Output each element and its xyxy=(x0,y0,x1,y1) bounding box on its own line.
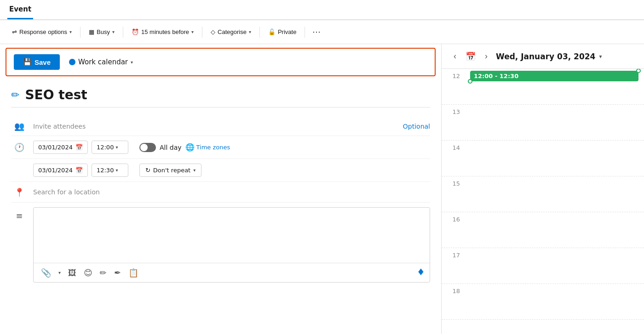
calendar-date-chevron[interactable]: ▾ xyxy=(599,53,602,60)
calendar-prev-button[interactable]: ‹ xyxy=(451,50,459,63)
chevron-down-icon-2: ▾ xyxy=(112,29,115,34)
calendar-header: ‹ 📅 › Wed, January 03, 2024 ▾ xyxy=(442,44,644,69)
chevron-down-icon-6: ▾ xyxy=(115,145,118,150)
save-icon: 💾 xyxy=(23,58,32,66)
repeat-button[interactable]: ↻ Don't repeat ▾ xyxy=(139,164,201,177)
hour-label-17: 17 xyxy=(442,248,465,259)
hour-label-14: 14 xyxy=(442,141,465,151)
calendar-date-title: Wed, January 03, 2024 xyxy=(496,52,595,61)
start-time-select[interactable]: 12:00 ▾ xyxy=(92,141,128,154)
calendar-today-icon[interactable]: 📅 xyxy=(463,50,478,63)
event-dot-top xyxy=(636,69,641,73)
hour-content-18[interactable] xyxy=(465,284,644,288)
location-input[interactable]: Search for a location xyxy=(33,187,430,198)
cal-hour-13: 13 xyxy=(442,105,644,141)
end-date-input[interactable]: 03/01/2024 📅 xyxy=(33,164,88,177)
calendar-color-dot xyxy=(69,59,75,65)
location-row: 📍 Search for a location xyxy=(11,182,430,203)
cal-hour-16: 16 xyxy=(442,212,644,248)
busy-button[interactable]: ▦ Busy ▾ xyxy=(84,26,119,38)
edit-icon: ✏️ xyxy=(11,89,19,101)
divider-2 xyxy=(123,27,123,38)
description-box: ♦ 📎 ▾ 🖼 😊 ✏️ ✒️ 📋 xyxy=(33,207,430,283)
description-toolbar: 📎 ▾ 🖼 😊 ✏️ ✒️ 📋 xyxy=(34,263,430,282)
hour-label-15: 15 xyxy=(442,176,465,187)
description-row: ≡ ♦ 📎 ▾ 🖼 😊 ✏️ ✒️ 📋 xyxy=(11,203,430,287)
chevron-down-icon-5: ▾ xyxy=(131,60,133,65)
cal-hour-15: 15 xyxy=(442,176,644,212)
hour-content-13[interactable] xyxy=(465,105,644,108)
calendar-grid: 12 12:00 - 12:30 13 14 xyxy=(442,69,644,334)
toggle-knob xyxy=(140,144,148,151)
end-time-select[interactable]: 12:30 ▾ xyxy=(92,164,128,177)
sliders-icon: ⇌ xyxy=(12,28,17,35)
clock-icon-2: 🕐 xyxy=(11,142,28,152)
optional-button[interactable]: Optional xyxy=(403,123,430,130)
hour-label-18: 18 xyxy=(442,284,465,294)
divider-4 xyxy=(259,27,260,38)
divider-1 xyxy=(80,27,80,38)
globe-icon: 🌐 xyxy=(185,143,195,152)
chevron-down-icon: ▾ xyxy=(69,29,72,34)
hour-content-14[interactable] xyxy=(465,141,644,144)
chevron-down-icon-4: ▾ xyxy=(249,29,251,34)
start-datetime-row: 🕐 03/01/2024 📅 12:00 ▾ xyxy=(11,136,430,159)
chevron-down-icon-3: ▾ xyxy=(191,29,194,34)
designer-icon: ♦ xyxy=(417,266,425,277)
emoji-icon[interactable]: 😊 xyxy=(82,267,94,278)
hour-content-15[interactable] xyxy=(465,176,644,180)
calendar-next-button[interactable]: › xyxy=(482,50,490,63)
location-icon: 📍 xyxy=(11,187,28,197)
cal-hour-12: 12 12:00 - 12:30 xyxy=(442,69,644,105)
calendar-icon-2: 📅 xyxy=(75,167,83,174)
cal-hour-17: 17 xyxy=(442,248,644,284)
hour-content-16[interactable] xyxy=(465,212,644,216)
draw-icon[interactable]: ✏️ xyxy=(98,267,109,278)
calendar-icon: 📅 xyxy=(75,144,83,151)
chevron-down-icon-8: ▾ xyxy=(193,168,196,173)
start-date-input[interactable]: 03/01/2024 📅 xyxy=(33,141,88,154)
time-zones-link[interactable]: 🌐 Time zones xyxy=(185,143,230,152)
description-content[interactable] xyxy=(34,208,430,263)
save-button[interactable]: 💾 Save xyxy=(14,54,60,70)
attendees-icon: 👥 xyxy=(11,121,28,131)
clock-icon: ⏰ xyxy=(132,28,139,35)
hour-content-17[interactable] xyxy=(465,248,644,252)
hour-label-16: 16 xyxy=(442,212,465,223)
attach-chevron-icon[interactable]: ▾ xyxy=(57,269,63,276)
all-day-row: All day xyxy=(139,143,182,152)
form-icon[interactable]: 📋 xyxy=(126,267,140,278)
event-tab[interactable]: Event xyxy=(7,0,33,19)
cal-hour-14: 14 xyxy=(442,141,644,176)
cal-hour-18: 18 xyxy=(442,284,644,320)
tag-icon: ◇ xyxy=(211,28,215,35)
image-icon[interactable]: 🖼 xyxy=(66,267,78,278)
action-bar: 💾 Save Work calendar ▾ xyxy=(6,48,436,76)
response-options-button[interactable]: ⇌ Response options ▾ xyxy=(7,26,76,38)
notes-icon: ≡ xyxy=(11,207,28,221)
calendar-check-icon: ▦ xyxy=(89,28,94,35)
categorise-button[interactable]: ◇ Categorise ▾ xyxy=(206,26,256,38)
end-datetime-row: 03/01/2024 📅 12:30 ▾ ↻ Don't repeat ▾ xyxy=(11,159,430,182)
divider-5 xyxy=(305,27,305,38)
lock-icon: 🔓 xyxy=(268,28,276,35)
hour-label-13: 13 xyxy=(442,105,465,115)
private-button[interactable]: 🔓 Private xyxy=(264,26,301,38)
invite-attendees-placeholder[interactable]: Invite attendees xyxy=(33,123,86,130)
calendar-selector[interactable]: Work calendar ▾ xyxy=(65,55,137,69)
event-title-row: ✏️ SEO test xyxy=(11,87,430,108)
all-day-toggle[interactable] xyxy=(139,143,156,152)
event-dot-bottom xyxy=(468,79,472,84)
event-title[interactable]: SEO test xyxy=(25,87,87,102)
calendar-event[interactable]: 12:00 - 12:30 xyxy=(470,71,638,81)
divider-3 xyxy=(202,27,202,38)
more-options-button[interactable]: ··· xyxy=(309,25,324,39)
invite-attendees-row: 👥 Invite attendees Optional xyxy=(11,117,430,136)
hour-label-12: 12 xyxy=(442,69,465,79)
attach-icon[interactable]: 📎 xyxy=(39,267,53,278)
chevron-down-icon-7: ▾ xyxy=(115,168,118,173)
hour-content-12[interactable]: 12:00 - 12:30 xyxy=(465,69,644,83)
reminder-button[interactable]: ⏰ 15 minutes before ▾ xyxy=(127,26,198,38)
signature-icon[interactable]: ✒️ xyxy=(112,267,123,278)
repeat-icon: ↻ xyxy=(145,167,150,174)
